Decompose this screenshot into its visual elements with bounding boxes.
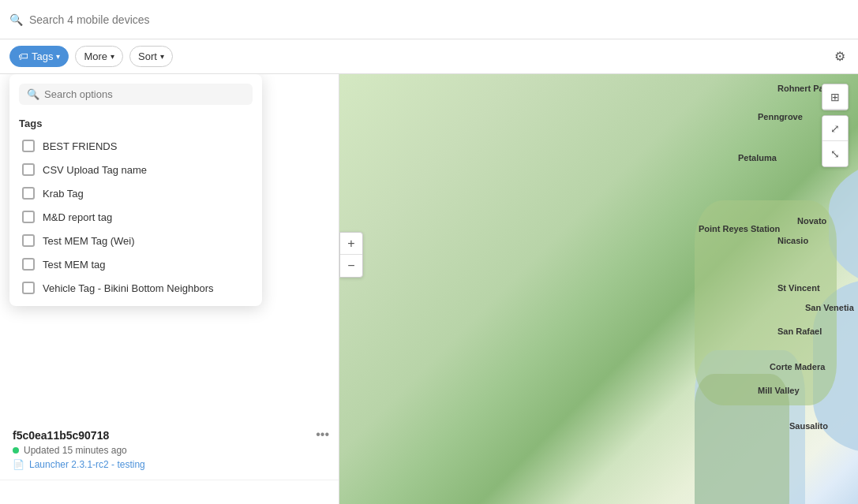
map-label: Penngrove bbox=[758, 112, 803, 121]
tag-item[interactable]: CSV Upload Tag name bbox=[19, 158, 253, 181]
map-area: Rohnert ParkPenngroveBoyes Hot SpringsNa… bbox=[339, 74, 858, 504]
tag-item[interactable]: Krab Tag bbox=[19, 181, 253, 205]
tag-item[interactable]: M&D report tag bbox=[19, 205, 253, 229]
tag-label: M&D report tag bbox=[43, 211, 112, 223]
tag-checkbox[interactable] bbox=[22, 163, 35, 176]
layers-button[interactable]: ⊞ bbox=[822, 84, 848, 110]
map-label: Corte Madera bbox=[770, 362, 825, 371]
expand-icon-2: ⤡ bbox=[830, 147, 840, 160]
tag-label: CSV Upload Tag name bbox=[43, 164, 147, 176]
item-updated: Updated 15 minutes ago bbox=[24, 445, 127, 456]
tag-item[interactable]: BEST FRIENDS bbox=[19, 134, 253, 158]
dropdown-search-container: 🔍 bbox=[19, 84, 253, 105]
sort-filter-button[interactable]: Sort ▾ bbox=[129, 46, 173, 67]
tag-label: Test MEM Tag (Wei) bbox=[43, 235, 135, 247]
map-label: San Venetia bbox=[805, 303, 854, 312]
item-meta: Updated 15 minutes ago bbox=[13, 445, 326, 456]
tag-label: BEST FRIENDS bbox=[43, 140, 117, 152]
tag-checkbox[interactable] bbox=[22, 258, 35, 271]
zoom-in-button[interactable]: + bbox=[340, 233, 362, 255]
search-input[interactable] bbox=[29, 13, 849, 26]
search-icon: 🔍 bbox=[9, 13, 23, 26]
chevron-down-icon: ▾ bbox=[56, 52, 60, 61]
dropdown-search-input[interactable] bbox=[44, 88, 245, 100]
tags-filter-button[interactable]: 🏷 Tags ▾ bbox=[9, 46, 69, 67]
fullscreen-group: ⤢ ⤡ bbox=[822, 115, 849, 167]
sort-label: Sort bbox=[138, 50, 157, 62]
tag-list: BEST FRIENDS CSV Upload Tag name Krab Ta… bbox=[19, 134, 253, 300]
map-label: Petaluma bbox=[738, 153, 777, 162]
map-label: Sausalito bbox=[789, 421, 828, 431]
settings-gear-button[interactable]: ⚙ bbox=[831, 46, 849, 67]
doc-icon: 📄 bbox=[13, 459, 24, 470]
map-label: Nicasio bbox=[777, 236, 808, 245]
item-app-meta: 📄 Launcher 2.3.1-rc2 - testing bbox=[13, 459, 326, 470]
tag-checkbox[interactable] bbox=[22, 187, 35, 200]
filter-bar: 🏷 Tags ▾ More ▾ Sort ▾ ⚙ bbox=[0, 39, 858, 74]
map-label: Point Reyes Station bbox=[699, 224, 780, 233]
tags-dropdown: 🔍 Tags BEST FRIENDS CSV Upload Tag name … bbox=[9, 74, 262, 306]
layers-icon: ⊞ bbox=[830, 91, 840, 103]
search-bar: 🔍 bbox=[0, 0, 858, 39]
expand-icon: ⤢ bbox=[830, 122, 840, 135]
tags-section: Tags BEST FRIENDS CSV Upload Tag name Kr… bbox=[9, 111, 262, 300]
tags-label: Tags bbox=[32, 50, 53, 62]
tag-label: Krab Tag bbox=[43, 188, 84, 200]
map-label: San Rafael bbox=[777, 327, 822, 336]
item-app-link[interactable]: Launcher 2.3.1-rc2 - testing bbox=[29, 459, 145, 470]
map-placeholder: Rohnert ParkPenngroveBoyes Hot SpringsNa… bbox=[339, 74, 858, 504]
more-label: More bbox=[84, 50, 107, 62]
map-label: Mill Valley bbox=[758, 386, 800, 395]
tag-item[interactable]: Test MEM Tag (Wei) bbox=[19, 229, 253, 252]
chevron-down-icon-more: ▾ bbox=[111, 52, 114, 61]
left-panel: 🔍 Tags BEST FRIENDS CSV Upload Tag name … bbox=[0, 74, 339, 504]
device-list-item[interactable]: ••• f5c0ea11b5c90718 Updated 15 minutes … bbox=[0, 420, 339, 480]
map-label: St Vincent bbox=[777, 283, 820, 293]
fullscreen-button[interactable]: ⤢ bbox=[822, 116, 848, 141]
main-content: 🔍 Tags BEST FRIENDS CSV Upload Tag name … bbox=[0, 74, 858, 504]
tag-label: Vehicle Tag - Bikini Bottom Neighbors bbox=[43, 282, 214, 294]
item-title: f5c0ea11b5c90718 bbox=[13, 429, 326, 442]
item-more-button[interactable]: ••• bbox=[316, 427, 329, 442]
layers-zoom-group: ⊞ bbox=[822, 84, 849, 110]
more-filter-button[interactable]: More ▾ bbox=[75, 46, 123, 67]
tag-checkbox[interactable] bbox=[22, 282, 35, 294]
tag-checkbox[interactable] bbox=[22, 234, 35, 247]
chevron-down-icon-sort: ▾ bbox=[160, 52, 164, 61]
map-controls: ⊞ ⤢ ⤡ bbox=[822, 84, 849, 167]
tag-checkbox[interactable] bbox=[22, 211, 35, 223]
fullscreen-button-2[interactable]: ⤡ bbox=[822, 141, 848, 166]
zoom-control: + − bbox=[339, 232, 363, 278]
search-icon-dropdown: 🔍 bbox=[27, 88, 39, 100]
tag-icon: 🏷 bbox=[18, 50, 28, 62]
map-label: Novato bbox=[797, 216, 826, 226]
tag-label: Test MEM tag bbox=[43, 259, 105, 271]
tags-section-header: Tags bbox=[19, 111, 253, 134]
zoom-out-button[interactable]: − bbox=[340, 255, 362, 277]
device-list-items: ••• f5c0ea11b5c90718 Updated 15 minutes … bbox=[0, 420, 339, 480]
online-indicator bbox=[13, 447, 19, 454]
tag-item[interactable]: Test MEM tag bbox=[19, 252, 253, 276]
tag-item[interactable]: Vehicle Tag - Bikini Bottom Neighbors bbox=[19, 276, 253, 300]
device-list: ••• f5c0ea11b5c90718 Updated 15 minutes … bbox=[0, 413, 339, 480]
tag-checkbox[interactable] bbox=[22, 140, 35, 152]
